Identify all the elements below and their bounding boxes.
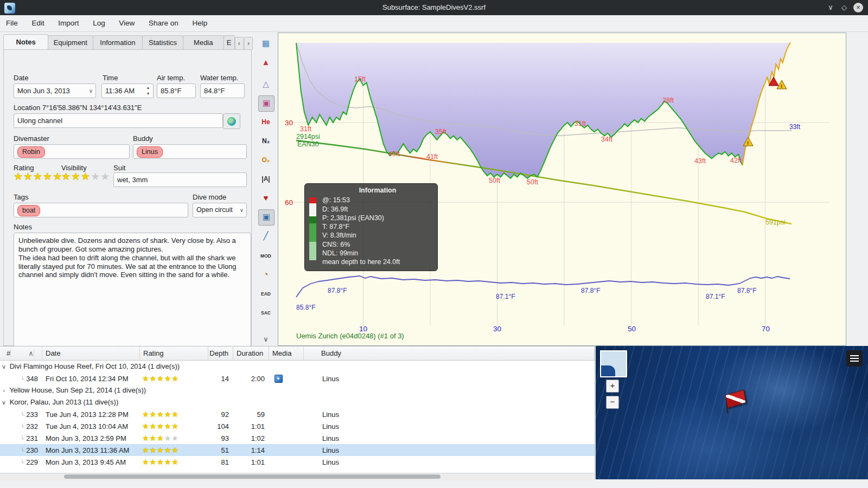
depth-label: 41ft [426,153,438,160]
toolbar-more-icon[interactable]: ∨ [258,332,273,347]
tooltip-line: D: 36.9ft [322,205,433,214]
dive-flag-marker[interactable] [720,389,747,415]
map-menu-button[interactable] [846,350,863,367]
dc-ceiling-icon[interactable]: ▲ [258,55,273,70]
location-input[interactable]: Ulong channel [14,113,223,128]
zoom-out-button[interactable]: − [606,396,619,409]
divemaster-tag: Robin [17,146,45,158]
n2-graph-icon[interactable]: N₂ [258,133,273,149]
globe-icon [227,117,236,126]
dive-row[interactable]: └232 Tue Jun 4, 2013 10:04 AM ★★★★★ 104 … [0,420,595,432]
tab-scroll-right-icon[interactable]: › [244,37,253,50]
divemaster-input[interactable]: Robin [14,144,130,159]
ceiling-3m-icon[interactable]: ▣ [258,95,275,112]
depth-label: 34ft [601,136,612,143]
media-thumbnail-icon[interactable] [275,375,283,383]
chevron-down-icon[interactable]: ∨ [0,361,8,373]
ead-icon[interactable]: EAD [258,286,273,301]
tab-statistics[interactable]: Statistics [142,35,183,50]
x-tick-30: 30 [493,325,501,333]
scrollbar-thumb[interactable] [64,474,441,479]
he-graph-icon[interactable]: He [258,114,273,130]
trip-row[interactable]: ∨ Divi Flamingo House Reef, Fri Oct 10, … [0,361,595,373]
minimap-overview[interactable] [600,350,627,377]
tooltip-line: NDL: 99min [322,249,433,258]
photos-icon[interactable]: ▣ [258,209,275,226]
tag-boat: boat [17,205,40,216]
tooltip-line: P: 2,381psi (EAN30) [322,214,433,222]
dive-row[interactable]: └229 Mon Jun 3, 2013 9:45 AM ★★★★★ 81 1:… [0,456,595,468]
maximize-button[interactable]: ◇ [838,2,850,14]
tab-information[interactable]: Information [93,35,143,50]
depth-label: 35ft [435,128,446,136]
window-title: Subsurface: SampleDivesV2.ssrf [0,3,868,11]
divemode-label: Dive mode [193,193,226,201]
airtemp-input[interactable]: 85.8°F [157,84,196,98]
trip-row[interactable]: ∨ Koror, Palau, Jun 2013 (11 dive(s)) [0,396,595,408]
menu-view[interactable]: View [113,15,141,27]
dive-site-map[interactable]: + − [596,346,868,479]
horizontal-scrollbar[interactable] [0,473,594,480]
col-number[interactable]: #∧ [0,346,42,360]
o2-graph-icon[interactable]: O₂ [258,152,273,168]
divemode-select[interactable]: Open circuit∨ [193,203,247,217]
rating-stars[interactable]: ★★★★★ [14,170,62,183]
chevron-down-icon[interactable]: ∨ [0,396,8,408]
dive-row-selected[interactable]: └230 Mon Jun 3, 2013 11:36 AM ★★★★★ 51 1… [0,444,595,456]
heart-rate-icon[interactable]: ♥ [258,190,273,206]
col-rating[interactable]: Rating [140,346,208,360]
pressure-end-label: 591psi [765,219,786,226]
globe-button[interactable] [223,113,240,129]
titlebar: Subsurface: SampleDivesV2.ssrf ∨ ◇ × [0,0,868,15]
buddy-input[interactable]: Linus [133,144,247,159]
dive-row[interactable]: └348 Fri Oct 10, 2014 12:34 PM ★★★★★ 14 … [0,373,595,384]
mod-icon[interactable]: MOD [258,248,273,263]
y-tick-30: 30 [285,119,293,127]
dive-row[interactable]: └231 Mon Jun 3, 2013 2:59 PM ★★★★★ 93 1:… [0,432,595,444]
menu-share-on[interactable]: Share on [143,15,184,27]
dive-profile-panel[interactable]: ! ! 30 60 10 30 50 70 31ft 15ft 40ft 41f… [278,33,846,346]
tab-media[interactable]: Media [183,35,224,50]
dive-row[interactable]: └233 Tue Jun 4, 2013 12:28 PM ★★★★★ 92 5… [0,408,595,420]
temp-label: 85.8°F [296,304,315,311]
time-spinner[interactable]: ▴▾ [145,85,151,97]
menu-help[interactable]: Help [186,15,213,27]
tags-input[interactable]: boat [14,203,188,217]
calc-ceiling-icon[interactable]: △ [258,76,273,92]
menu-import[interactable]: Import [52,15,85,27]
col-buddy[interactable]: Buddy [304,346,595,360]
menu-edit[interactable]: Edit [25,15,50,27]
col-duration[interactable]: Duration [233,346,269,360]
setpoint-icon[interactable]: |A| [258,171,273,187]
watertemp-input[interactable]: 84.8°F [200,84,245,98]
sac-icon[interactable]: SAC [258,305,273,320]
tab-equipment[interactable]: Equipment [48,35,93,50]
buddy-tag: Linus [137,146,163,158]
close-button[interactable]: × [853,3,863,12]
notes-textarea[interactable]: Unbelievable dive. Dozens and dozens of … [14,233,251,361]
time-input[interactable]: 11:36 AM ▴▾ [101,84,154,98]
col-date[interactable]: Date [42,346,140,360]
menu-file[interactable]: File [0,15,24,27]
tooltip-line: mean depth to here 24.0ft [322,258,433,266]
ruler-icon[interactable]: ╱ [258,228,273,243]
tissues-icon[interactable]: ◔ [258,267,273,282]
tab-extra[interactable]: E [224,35,235,50]
chevron-right-icon[interactable]: › [0,384,8,396]
tags-label: Tags [14,193,28,201]
col-media[interactable]: Media [269,346,304,360]
date-input[interactable]: Mon Jun 3, 2013∨ [14,84,96,98]
dc-data-icon[interactable]: ▦ [258,36,273,51]
suit-input[interactable]: wet, 3mm [113,172,247,187]
tab-scroll-left-icon[interactable]: ‹ [235,37,244,50]
temp-label: 87.8°F [581,287,600,294]
col-depth[interactable]: Depth [208,346,233,360]
visibility-stars[interactable]: ★★★★★ [61,170,110,183]
minimize-button[interactable]: ∨ [825,2,837,14]
tab-notes[interactable]: Notes [3,34,48,50]
menu-log[interactable]: Log [87,15,111,27]
zoom-in-button[interactable]: + [606,380,619,393]
trip-label: Yellow House, Sun Sep 21, 2014 (1 dive(s… [9,386,146,394]
trip-row[interactable]: › Yellow House, Sun Sep 21, 2014 (1 dive… [0,384,595,396]
depth-label: 42ft [730,157,742,164]
